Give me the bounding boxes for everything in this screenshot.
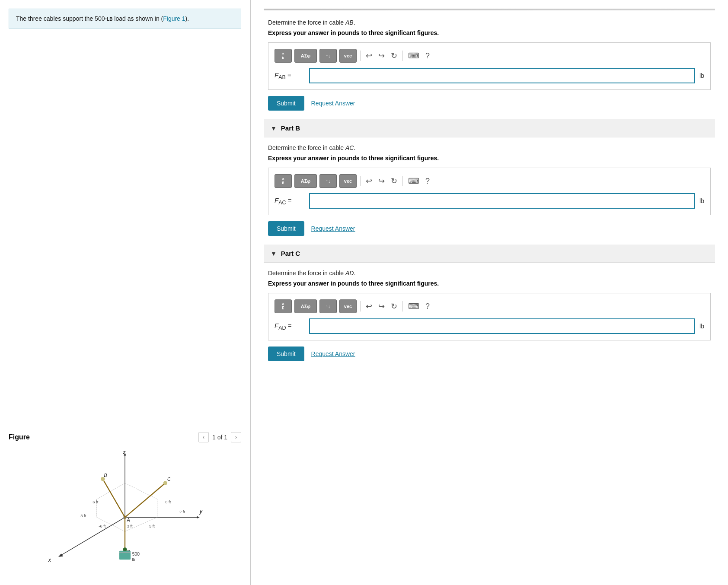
svg-text:x: x	[48, 557, 51, 563]
svg-text:6 ft: 6 ft	[93, 500, 98, 504]
part-b-request-answer-button[interactable]: Request Answer	[311, 225, 355, 232]
part-b-body: ab ΑΣφ ↑↓ vec ↩ ↪ ↻ ⌨ ? FAC =	[264, 168, 715, 236]
part-b-formula-row: FAC = lb	[275, 193, 704, 209]
part-c-arrow: ▼	[271, 250, 277, 257]
figure-page-indicator: 1 of 1	[212, 434, 227, 441]
toolbar-fraction-btn-c[interactable]: ab	[275, 299, 292, 313]
part-a-formula-label: FAB =	[275, 71, 305, 80]
svg-text:500: 500	[132, 552, 140, 556]
svg-text:2 ft: 2 ft	[179, 510, 185, 514]
part-b-formula-label: FAC =	[275, 197, 305, 206]
toolbar-refresh-btn-b[interactable]: ↻	[389, 175, 399, 187]
part-b-header: ▼ Part B	[264, 119, 715, 137]
part-a-description: Determine the force in cable AB.	[268, 19, 711, 26]
toolbar-undo-btn-a[interactable]: ↩	[364, 50, 374, 61]
part-a-submit-button[interactable]: Submit	[268, 96, 304, 111]
part-b-section: ▼ Part B Determine the force in cable AC…	[264, 119, 715, 236]
part-c-header: ▼ Part C	[264, 245, 715, 263]
svg-text:3 ft: 3 ft	[127, 524, 133, 528]
figure-section: Figure ‹ 1 of 1 › z y x	[9, 432, 241, 576]
part-a-request-answer-button[interactable]: Request Answer	[311, 100, 355, 107]
part-b-submit-button[interactable]: Submit	[268, 221, 304, 236]
toolbar-keyboard-btn-b[interactable]: ⌨	[406, 175, 421, 187]
toolbar-redo-btn-c[interactable]: ↪	[377, 301, 386, 312]
figure-svg: z y x	[9, 447, 241, 568]
toolbar-vec-btn-c[interactable]: vec	[339, 299, 357, 313]
toolbar-keyboard-btn-c[interactable]: ⌨	[406, 301, 421, 312]
svg-text:3 ft: 3 ft	[80, 514, 86, 518]
figure-header: Figure ‹ 1 of 1 ›	[9, 432, 241, 442]
problem-text-end: ).	[185, 15, 189, 22]
part-c-input-area: ab ΑΣφ ↑↓ vec ↩ ↪ ↻ ⌨ ? FAD =	[268, 293, 711, 340]
part-a-unit: lb	[699, 72, 704, 79]
part-c-request-answer-button[interactable]: Request Answer	[311, 350, 355, 357]
part-c-formula-row: FAD = lb	[275, 318, 704, 334]
toolbar-vec-btn-a[interactable]: vec	[339, 49, 357, 63]
toolbar-undo-btn-c[interactable]: ↩	[364, 301, 374, 312]
toolbar-redo-btn-b[interactable]: ↪	[377, 175, 386, 187]
toolbar-divider-c2	[402, 301, 403, 312]
toolbar-arrows-btn-b[interactable]: ↑↓	[319, 174, 337, 188]
figure-title: Figure	[9, 433, 30, 441]
part-a-section: Determine the force in cable AB. Express…	[264, 19, 715, 111]
toolbar-refresh-btn-a[interactable]: ↻	[389, 50, 399, 61]
toolbar-divider-a2	[402, 51, 403, 61]
problem-description: The three cables support the 500-lb load…	[9, 9, 241, 29]
part-c-label: Part C	[281, 250, 300, 257]
svg-line-20	[125, 483, 165, 517]
part-b-cable: AC	[345, 144, 354, 151]
problem-text-before: The three cables support the 500-	[16, 15, 107, 22]
part-b-answer-input[interactable]	[309, 193, 695, 209]
svg-line-9	[125, 483, 157, 499]
svg-text:A: A	[127, 518, 130, 522]
figure-link[interactable]: Figure 1	[163, 15, 185, 22]
figure-prev-button[interactable]: ‹	[198, 432, 209, 442]
toolbar-fraction-btn-b[interactable]: ab	[275, 174, 292, 188]
toolbar-keyboard-btn-a[interactable]: ⌨	[406, 50, 421, 61]
svg-text:y: y	[199, 509, 203, 515]
toolbar-arrows-btn-a[interactable]: ↑↓	[319, 49, 337, 63]
part-a-answer-input[interactable]	[309, 68, 695, 83]
svg-text:B: B	[104, 473, 107, 478]
part-b-toolbar: ab ΑΣφ ↑↓ vec ↩ ↪ ↻ ⌨ ?	[275, 174, 704, 188]
toolbar-arrows-btn-c[interactable]: ↑↓	[319, 299, 337, 313]
part-c-cable: AD	[345, 270, 354, 277]
toolbar-refresh-btn-c[interactable]: ↻	[389, 301, 399, 312]
part-c-question: Determine the force in cable AD. Express…	[264, 270, 715, 287]
toolbar-sigma-btn-a[interactable]: ΑΣφ	[294, 49, 317, 63]
part-c-formula-label: FAD =	[275, 322, 305, 331]
top-border	[264, 9, 715, 10]
toolbar-sigma-btn-c[interactable]: ΑΣφ	[294, 299, 317, 313]
toolbar-divider-c1	[360, 301, 361, 312]
svg-text:lb: lb	[132, 557, 135, 562]
part-b-instruction: Express your answer in pounds to three s…	[268, 155, 711, 162]
part-a-formula-row: FAB = lb	[275, 68, 704, 83]
part-c-unit: lb	[699, 323, 704, 330]
left-panel: The three cables support the 500-lb load…	[0, 0, 251, 585]
part-a-input-area: ab ΑΣφ ↑↓ vec ↩ ↪ ↻ ⌨ ? FAB =	[268, 42, 711, 90]
part-a-actions: Submit Request Answer	[268, 96, 711, 111]
toolbar-undo-btn-b[interactable]: ↩	[364, 175, 374, 187]
svg-line-10	[97, 483, 125, 499]
toolbar-sigma-btn-b[interactable]: ΑΣφ	[294, 174, 317, 188]
part-c-body: ab ΑΣφ ↑↓ vec ↩ ↪ ↻ ⌨ ? FAD =	[264, 293, 715, 361]
toolbar-redo-btn-a[interactable]: ↪	[377, 50, 386, 61]
part-b-question: Determine the force in cable AC. Express…	[264, 144, 715, 162]
toolbar-help-btn-c[interactable]: ?	[424, 301, 431, 312]
svg-text:C: C	[167, 477, 171, 482]
part-c-answer-input[interactable]	[309, 318, 695, 334]
part-a-toolbar: ab ΑΣφ ↑↓ vec ↩ ↪ ↻ ⌨ ?	[275, 49, 704, 63]
part-c-instruction: Express your answer in pounds to three s…	[268, 280, 711, 287]
part-a-cable: AB	[345, 19, 354, 26]
toolbar-vec-btn-b[interactable]: vec	[339, 174, 357, 188]
part-c-description: Determine the force in cable AD.	[268, 270, 711, 277]
toolbar-help-btn-b[interactable]: ?	[424, 176, 431, 187]
figure-navigation: ‹ 1 of 1 ›	[198, 432, 241, 442]
svg-text:5 ft: 5 ft	[149, 524, 155, 528]
figure-next-button[interactable]: ›	[231, 432, 241, 442]
toolbar-help-btn-a[interactable]: ?	[424, 51, 431, 61]
svg-rect-26	[119, 551, 131, 560]
toolbar-fraction-btn-a[interactable]: ab	[275, 49, 292, 63]
part-c-submit-button[interactable]: Submit	[268, 347, 304, 361]
part-c-toolbar: ab ΑΣφ ↑↓ vec ↩ ↪ ↻ ⌨ ?	[275, 299, 704, 313]
